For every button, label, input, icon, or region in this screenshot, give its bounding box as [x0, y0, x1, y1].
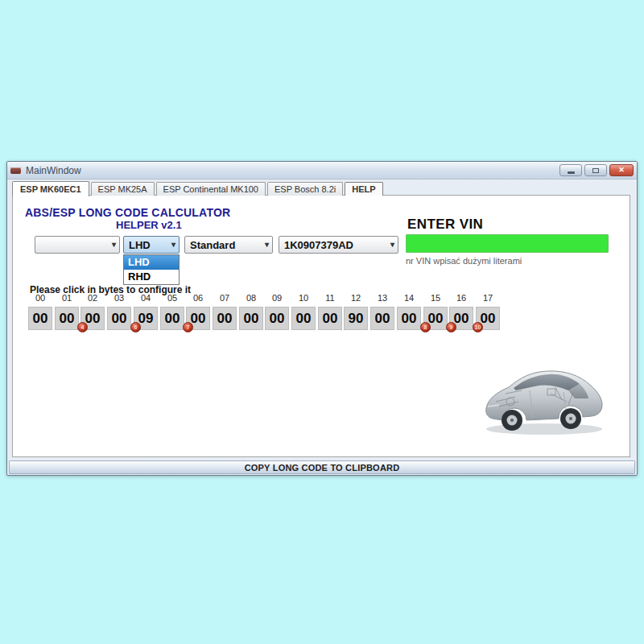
byte-marker-badge: 4: [77, 322, 88, 332]
byte-index-label: 17: [476, 293, 500, 303]
byte-marker-badge: 7: [183, 322, 193, 332]
tab-esp-continental-mk100[interactable]: ESP Continental MK100: [156, 182, 266, 196]
byte-index-label: 09: [265, 293, 289, 303]
byte-index-label: 13: [370, 293, 394, 303]
byte-index-label: 02: [80, 293, 105, 303]
minimize-icon: [568, 171, 575, 174]
close-icon: ✕: [618, 167, 625, 174]
byte-cell-07[interactable]: 00: [213, 307, 237, 330]
byte-index-label: 06: [186, 293, 210, 303]
byte-cell-13[interactable]: 00: [370, 307, 394, 330]
byte-index-label: 00: [28, 293, 52, 303]
title-bar[interactable]: MainWindow ✕: [7, 162, 637, 180]
byte-cell-01[interactable]: 00: [55, 307, 79, 330]
byte-cell-00[interactable]: 00: [28, 307, 52, 330]
byte-index-label: 16: [449, 293, 473, 303]
copy-long-code-button[interactable]: COPY LONG CODE TO CLIPBOARD: [9, 460, 635, 474]
close-button[interactable]: ✕: [609, 164, 634, 176]
byte-index-label: 01: [55, 293, 79, 303]
tab-page-esp-mk60ec1: ABS/ESP LONG CODE CALCULATOR HELPER v2.1…: [12, 195, 630, 457]
byte-cell-11[interactable]: 00: [318, 307, 342, 330]
byte-index-label: 07: [213, 293, 237, 303]
maximize-icon: [592, 168, 599, 173]
byte-index-label: 05: [160, 293, 184, 303]
minimize-button[interactable]: [559, 164, 582, 176]
byte-index-label: 11: [318, 293, 342, 303]
byte-cell-03[interactable]: 00: [107, 307, 131, 330]
tab-help[interactable]: HELP: [345, 182, 382, 196]
byte-marker-badge: 8: [420, 322, 431, 332]
car-cutaway-image: [478, 353, 610, 439]
byte-marker-badge: 9: [446, 322, 456, 332]
tab-strip: ESP MK60EC1ESP MK25AESP Continental MK10…: [12, 180, 385, 196]
byte-marker-badge: 6: [130, 322, 141, 332]
drive-option-rhd[interactable]: RHD: [124, 270, 179, 284]
byte-marker-badge: 10: [473, 322, 483, 332]
drive-option-lhd[interactable]: LHD: [124, 255, 179, 270]
byte-cell-09[interactable]: 00: [265, 307, 289, 330]
main-window: MainWindow ✕ ESP MK60EC1ESP MK25AESP Con…: [6, 161, 638, 476]
byte-cell-14[interactable]: 00: [397, 307, 421, 330]
window-controls: ✕: [557, 164, 634, 176]
byte-cell-12[interactable]: 90: [344, 307, 368, 330]
byte-index-label: 04: [134, 293, 158, 303]
byte-index-label: 03: [107, 293, 131, 303]
byte-index-label: 15: [423, 293, 448, 303]
byte-index-label: 14: [397, 293, 421, 303]
tab-esp-mk60ec1[interactable]: ESP MK60EC1: [12, 181, 89, 196]
byte-cell-10[interactable]: 00: [291, 307, 316, 330]
drive-dropdown-list: LHDRHD: [123, 254, 180, 285]
app-icon: [10, 167, 21, 174]
byte-cell-05[interactable]: 00: [160, 307, 184, 330]
maximize-button[interactable]: [584, 164, 607, 176]
byte-index-label: 08: [239, 293, 263, 303]
byte-cell-08[interactable]: 00: [239, 307, 263, 330]
tab-esp-mk25a[interactable]: ESP MK25A: [91, 182, 155, 196]
byte-index-label: 10: [291, 293, 316, 303]
window-title: MainWindow: [26, 165, 557, 176]
byte-index-label: 12: [344, 293, 368, 303]
tab-esp-bosch-8-2i[interactable]: ESP Bosch 8.2i: [267, 182, 343, 196]
